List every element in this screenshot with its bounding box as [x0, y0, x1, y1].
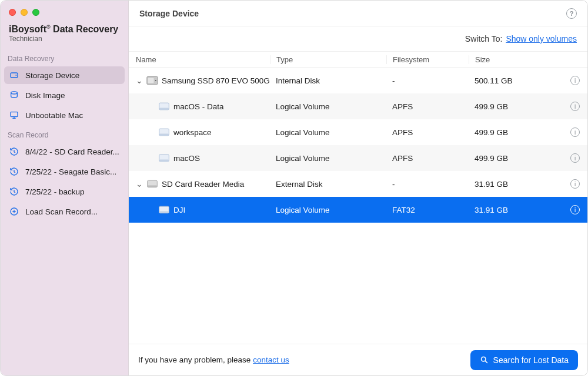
sidebar-item-label: Unbootable Mac [25, 111, 83, 120]
table-header: Name Type Filesystem Size [129, 51, 587, 68]
info-icon[interactable]: i [570, 179, 580, 189]
page-title: Storage Device [139, 9, 199, 18]
sidebar-item-load-scan-record[interactable]: Load Scan Record... [4, 203, 125, 220]
app-title: iBoysoft® Data Recovery [1, 22, 128, 35]
plus-circle-icon [9, 207, 19, 216]
volume-icon [158, 153, 170, 163]
col-type[interactable]: Type [270, 55, 386, 64]
row-type: Internal Disk [270, 76, 386, 85]
external-drive-icon [146, 179, 158, 189]
volume-icon [158, 205, 170, 214]
row-filesystem: APFS [386, 102, 469, 111]
volume-icon [158, 127, 170, 137]
table-row[interactable]: workspaceLogical VolumeAPFS499.9 GBi [129, 119, 587, 145]
table-row[interactable]: macOSLogical VolumeAPFS499.9 GBi [129, 145, 587, 171]
row-type: Logical Volume [270, 102, 386, 111]
row-type: Logical Volume [270, 206, 386, 214]
sidebar-item-label: Storage Device [25, 71, 79, 80]
table-row[interactable]: ⌄SD Card Reader MediaExternal Disk-31.91… [129, 171, 587, 197]
sidebar-section-data-recovery: Data Recovery [1, 49, 128, 65]
window-close-icon[interactable] [9, 9, 16, 16]
drive-icon [9, 70, 19, 80]
button-label: Search for Lost Data [493, 355, 569, 365]
chevron-down-icon[interactable]: ⌄ [136, 179, 143, 189]
sidebar-item-scan-1[interactable]: 7/25/22 - Seagate Basic... [4, 163, 125, 180]
sidebar-item-storage-device[interactable]: Storage Device [4, 66, 125, 84]
volume-icon [158, 102, 170, 111]
row-size: 499.9 GB [469, 102, 563, 111]
row-size: 31.91 GB [469, 180, 563, 189]
row-name: workspace [173, 128, 212, 137]
switch-to-label: Switch To: [465, 34, 503, 43]
chevron-down-icon[interactable]: ⌄ [136, 76, 143, 85]
help-icon[interactable]: ? [566, 8, 577, 19]
row-filesystem: APFS [386, 154, 469, 163]
row-name: macOS - Data [173, 102, 224, 111]
col-filesystem[interactable]: Filesystem [386, 55, 469, 64]
window-minimize-icon[interactable] [21, 9, 28, 16]
row-type: External Disk [270, 180, 386, 189]
row-size: 499.9 GB [469, 128, 563, 137]
info-icon[interactable]: i [570, 127, 580, 137]
row-name: Samsung SSD 870 EVO 500GB... [162, 76, 270, 85]
sidebar-item-label: Disk Image [25, 91, 65, 100]
sidebar-item-label: 8/4/22 - SD Card Reader... [25, 147, 119, 156]
row-filesystem: - [386, 180, 469, 189]
sidebar-item-scan-0[interactable]: 8/4/22 - SD Card Reader... [4, 143, 125, 160]
table-row[interactable]: macOS - DataLogical VolumeAPFS499.9 GBi [129, 93, 587, 119]
row-name: SD Card Reader Media [162, 180, 244, 189]
monitor-icon [9, 110, 19, 120]
sidebar-item-label: 7/25/22 - Seagate Basic... [25, 167, 116, 176]
sidebar-item-scan-2[interactable]: 7/25/22 - backup [4, 183, 125, 200]
col-name[interactable]: Name [129, 55, 270, 64]
row-name: macOS [173, 154, 200, 163]
row-type: Logical Volume [270, 128, 386, 137]
hdd-icon [146, 76, 158, 85]
col-size[interactable]: Size [469, 55, 563, 64]
app-subtitle: Technician [1, 35, 128, 49]
info-icon[interactable]: i [570, 102, 580, 111]
row-name: DJI [173, 206, 185, 214]
row-size: 499.9 GB [469, 154, 563, 163]
history-icon [9, 147, 19, 156]
search-for-lost-data-button[interactable]: Search for Lost Data [470, 350, 578, 370]
row-type: Logical Volume [270, 154, 386, 163]
footer-message: If you have any problem, please contact … [138, 355, 289, 364]
window-zoom-icon[interactable] [32, 9, 39, 16]
sidebar-item-disk-image[interactable]: Disk Image [4, 86, 125, 104]
sidebar-item-label: Load Scan Record... [25, 207, 98, 216]
show-only-volumes-link[interactable]: Show only volumes [506, 34, 577, 43]
row-filesystem: APFS [386, 128, 469, 137]
info-icon[interactable]: i [570, 153, 580, 163]
info-icon[interactable]: i [570, 76, 580, 85]
row-filesystem: - [386, 76, 469, 85]
sidebar-section-scan-record: Scan Record [1, 125, 128, 142]
sidebar-item-unbootable-mac[interactable]: Unbootable Mac [4, 106, 125, 124]
row-size: 31.91 GB [469, 206, 563, 214]
table-row[interactable]: DJILogical VolumeFAT3231.91 GBi [129, 197, 587, 223]
sidebar-item-label: 7/25/22 - backup [25, 187, 85, 196]
history-icon [9, 187, 19, 196]
disk-image-icon [9, 90, 19, 100]
search-icon [480, 355, 489, 364]
table-row[interactable]: ⌄Samsung SSD 870 EVO 500GB...Internal Di… [129, 68, 587, 93]
row-size: 500.11 GB [469, 76, 563, 85]
contact-us-link[interactable]: contact us [253, 355, 289, 364]
history-icon [9, 167, 19, 176]
info-icon[interactable]: i [570, 205, 580, 214]
row-filesystem: FAT32 [386, 206, 469, 214]
